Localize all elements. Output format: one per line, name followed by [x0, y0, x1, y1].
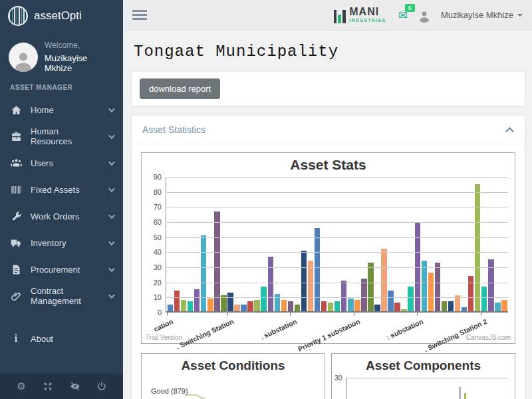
- chart-title: Asset Stats: [142, 157, 515, 173]
- sidebar-item-users[interactable]: Users: [0, 150, 123, 176]
- y-tick-label: 20: [154, 279, 162, 287]
- sidebar-user-name: Muzikayise Mkhize: [45, 53, 116, 73]
- bar: [388, 291, 393, 312]
- chart-title: Asset Conditions: [142, 358, 325, 373]
- messages-button[interactable]: ✉ 6: [398, 9, 408, 22]
- mani-bars-icon: [334, 9, 346, 23]
- bar-series: [167, 177, 507, 312]
- user-profile: Welcome, Muzikayise Mkhize: [0, 32, 123, 80]
- collapse-chevron-up-icon[interactable]: [505, 127, 514, 136]
- gear-icon[interactable]: ⚙: [15, 381, 27, 392]
- bar: [334, 301, 340, 312]
- y-tick-label: 80: [154, 188, 162, 196]
- bar: [181, 300, 186, 312]
- bar: [394, 303, 400, 312]
- x-tick: [481, 313, 481, 316]
- panel-title: Asset Statistics: [142, 124, 205, 135]
- bar: [435, 263, 440, 312]
- bar: [227, 293, 233, 312]
- company-sub: INDUSTRIES: [349, 19, 386, 23]
- sidebar-item-inventory[interactable]: Inventory: [0, 229, 123, 256]
- power-icon[interactable]: [96, 381, 108, 392]
- y-tick-label: 50: [154, 233, 162, 241]
- user-dropdown[interactable]: Muzikayise Mkhize: [441, 10, 523, 20]
- x-axis-label: : substation: [385, 317, 424, 341]
- bar: [495, 303, 500, 312]
- bar: [174, 291, 180, 312]
- bar: [261, 287, 266, 312]
- y-tick-label: 40: [154, 248, 162, 256]
- x-axis-label: . Switching Station: [175, 317, 235, 351]
- bar: [481, 287, 487, 312]
- bar: [247, 301, 253, 312]
- topbar-avatar[interactable]: [417, 8, 432, 23]
- company-name: MANI: [349, 7, 386, 17]
- bar: [464, 393, 466, 399]
- gridline: [166, 192, 508, 193]
- person-icon: [418, 9, 431, 23]
- chevron-down-icon: [108, 212, 115, 219]
- x-axis-labels: cation. Switching Station. substationPri…: [166, 313, 508, 343]
- paperclip-icon: [10, 290, 22, 302]
- barcode-icon: [10, 184, 22, 196]
- bar: [341, 281, 346, 312]
- sidebar-menu: Home Human Resources Users Fixed Assets …: [0, 96, 123, 309]
- app-brand[interactable]: assetOpti: [0, 0, 123, 32]
- app-name: assetOpti: [34, 9, 82, 23]
- bar: [214, 211, 219, 312]
- bar: [368, 263, 373, 312]
- download-card: download report: [131, 71, 525, 106]
- y-tick-label: 0: [158, 309, 162, 317]
- chart-title: Asset Components: [332, 358, 515, 373]
- eye-slash-icon[interactable]: [69, 381, 80, 392]
- asset-statistics-panel: Asset Statistics Asset Stats 90807060504…: [131, 115, 525, 399]
- sidebar-item-fixed-assets[interactable]: Fixed Assets: [0, 176, 123, 203]
- sidebar-item-home[interactable]: Home: [0, 96, 123, 123]
- pie-label-connector: [186, 391, 232, 399]
- sidebar-footer: ⚙: [0, 374, 123, 399]
- bar: [501, 300, 507, 312]
- bar: [468, 276, 473, 312]
- asset-stats-chart: Asset Stats 9080706050403020100 cation. …: [141, 152, 515, 344]
- chevron-down-icon: [108, 159, 115, 166]
- bar: [288, 301, 293, 312]
- bar: [442, 301, 447, 312]
- canvasjs-credit-link[interactable]: CanvasJS.com: [466, 334, 511, 341]
- bar: [275, 294, 280, 312]
- bar: [321, 301, 327, 312]
- bar: [201, 235, 206, 312]
- pie-slice-label: Good (879): [151, 387, 188, 395]
- bar: [281, 300, 287, 312]
- users-icon: [10, 157, 22, 169]
- y-axis-line: [346, 378, 347, 399]
- bar: [475, 184, 480, 312]
- download-report-button[interactable]: download report: [140, 78, 220, 99]
- bar: [328, 303, 333, 312]
- y-tick-label: 60: [154, 218, 162, 226]
- sidebar-item-human-resources[interactable]: Human Resources: [0, 123, 123, 150]
- main-content: Tongaat Municipality download report Ass…: [123, 31, 532, 399]
- person-icon: [12, 49, 35, 72]
- sidebar-item-contract-management[interactable]: Contract Management: [0, 283, 123, 309]
- sidebar-item-procurement[interactable]: Procurement: [0, 256, 123, 283]
- gridline-30: [346, 378, 509, 378]
- x-tick: [417, 313, 418, 316]
- sidebar-item-about[interactable]: i About: [0, 325, 123, 352]
- caret-down-icon: [517, 14, 523, 17]
- hamburger-menu-icon[interactable]: [132, 8, 147, 22]
- expand-icon[interactable]: [43, 381, 54, 392]
- bar: [301, 251, 307, 312]
- bar: [408, 287, 413, 312]
- topbar: MANI INDUSTRIES ✉ 6 Muzikayise Mkhize: [123, 0, 532, 31]
- bar: [268, 257, 273, 312]
- briefcase-icon: [10, 130, 22, 142]
- x-axis-label: . substation: [259, 317, 297, 341]
- gridline: [166, 222, 508, 223]
- chevron-down-icon: [108, 239, 115, 245]
- sidebar-item-work-orders[interactable]: Work Orders: [0, 203, 123, 229]
- x-tick: [227, 313, 228, 316]
- page-title: Tongaat Municipality: [134, 43, 525, 61]
- y-tick-label: 90: [154, 173, 162, 181]
- gridline: [166, 252, 508, 253]
- avatar: [9, 43, 38, 72]
